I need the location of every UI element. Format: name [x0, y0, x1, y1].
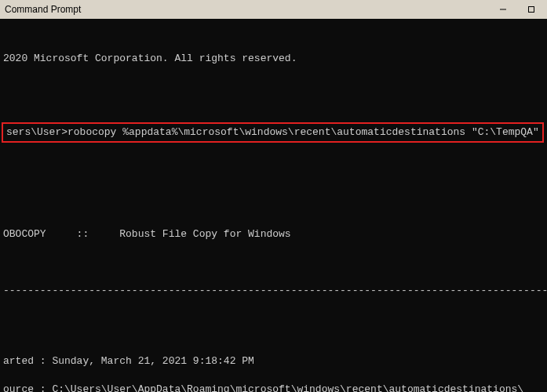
started-line: arted : Sunday, March 21, 2021 9:18:42 P…: [0, 354, 547, 368]
svg-rect-1: [529, 7, 534, 13]
blank-line: [0, 80, 547, 94]
title-bar: Command Prompt: [0, 0, 547, 19]
terminal-area[interactable]: 2020 Microsoft Corporation. All rights r…: [0, 19, 547, 392]
source-line: ource : C:\Users\User\AppData\Roaming\mi…: [0, 383, 547, 392]
blank-line: [0, 256, 547, 270]
command-text: robocopy %appdata%\microsoft\windows\rec…: [67, 125, 539, 140]
minimize-button[interactable]: [489, 1, 517, 18]
program-header: OBOCOPY :: Robust File Copy for Windows: [0, 227, 547, 241]
maximize-button[interactable]: [517, 1, 545, 18]
prompt-prefix: sers\User>: [6, 125, 67, 140]
copyright-line: 2020 Microsoft Corporation. All rights r…: [0, 52, 547, 66]
window-title: Command Prompt: [5, 4, 489, 15]
window-controls: [489, 1, 545, 18]
blank-line: [0, 157, 547, 171]
blank-line: [0, 185, 547, 199]
separator: ----------------------------------------…: [0, 284, 547, 298]
blank-line: [0, 312, 547, 326]
highlighted-command: sers\User>robocopy %appdata%\microsoft\w…: [2, 122, 544, 143]
